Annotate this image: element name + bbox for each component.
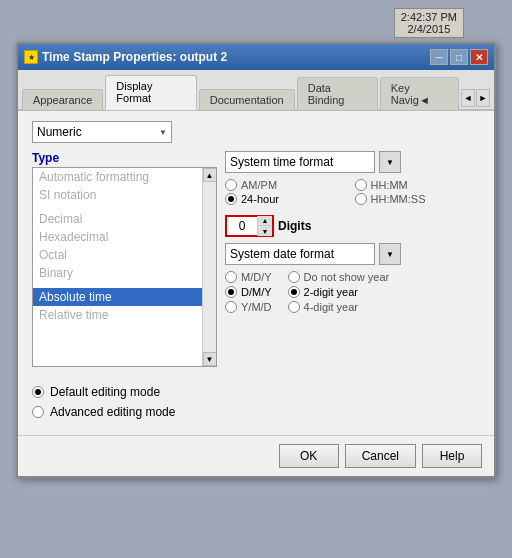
radio-24hour-label: 24-hour bbox=[241, 193, 279, 205]
type-panel: Type Automatic formatting SI notation De… bbox=[32, 151, 217, 367]
editing-section: Default editing mode Advanced editing mo… bbox=[32, 377, 480, 419]
tab-appearance[interactable]: Appearance bbox=[22, 89, 103, 110]
title-bar: ★ Time Stamp Properties: output 2 ─ □ ✕ bbox=[18, 44, 494, 70]
dialog-footer: OK Cancel Help bbox=[18, 435, 494, 476]
ok-button[interactable]: OK bbox=[279, 444, 339, 468]
radio-24hour[interactable]: 24-hour bbox=[225, 193, 351, 205]
list-item-relative-time[interactable]: Relative time bbox=[33, 306, 216, 324]
type-dropdown-value: Numeric bbox=[37, 125, 82, 139]
digits-spin-up[interactable]: ▲ bbox=[258, 216, 272, 226]
radio-mdy[interactable]: M/D/Y bbox=[225, 271, 272, 283]
date-format-row: System date format ▼ bbox=[225, 243, 480, 265]
digits-label: Digits bbox=[278, 219, 311, 233]
list-scrollbar: ▲ ▼ bbox=[202, 168, 216, 366]
digits-input[interactable] bbox=[227, 219, 257, 233]
radio-ymd-label: Y/M/D bbox=[241, 301, 272, 313]
title-bar-left: ★ Time Stamp Properties: output 2 bbox=[24, 50, 227, 64]
radio-24hour-circle bbox=[225, 193, 237, 205]
help-button[interactable]: Help bbox=[422, 444, 482, 468]
date-format-dropdown[interactable]: System date format bbox=[225, 243, 375, 265]
tab-display-format[interactable]: Display Format bbox=[105, 75, 196, 110]
time-format-dropdown[interactable]: System time format bbox=[225, 151, 375, 173]
radio-2digit-year-circle bbox=[288, 286, 300, 298]
radio-dmy[interactable]: D/M/Y bbox=[225, 286, 272, 298]
radio-hhmmss[interactable]: HH:MM:SS bbox=[355, 193, 481, 205]
list-item-auto-formatting[interactable]: Automatic formatting bbox=[33, 168, 216, 186]
right-panel: System time format ▼ AM/PM HH:MM bbox=[225, 151, 480, 367]
dialog: ★ Time Stamp Properties: output 2 ─ □ ✕ … bbox=[16, 42, 496, 478]
time-format-dropdown-btn[interactable]: ▼ bbox=[379, 151, 401, 173]
radio-default-editing-label: Default editing mode bbox=[50, 385, 160, 399]
type-dropdown-row: Numeric ▼ bbox=[32, 121, 480, 143]
type-dropdown[interactable]: Numeric ▼ bbox=[32, 121, 172, 143]
radio-dmy-label: D/M/Y bbox=[241, 286, 272, 298]
list-item-hexadecimal[interactable]: Hexadecimal bbox=[33, 228, 216, 246]
radio-hhmm-label: HH:MM bbox=[371, 179, 408, 191]
type-dropdown-arrow: ▼ bbox=[159, 128, 167, 137]
tab-scroll-prev[interactable]: ◄ bbox=[461, 89, 475, 107]
date-radios-col2: Do not show year 2-digit year 4-digit ye… bbox=[288, 271, 390, 313]
radio-no-year[interactable]: Do not show year bbox=[288, 271, 390, 283]
radio-advanced-editing[interactable]: Advanced editing mode bbox=[32, 405, 480, 419]
list-item-si-notation[interactable]: SI notation bbox=[33, 186, 216, 204]
date-format-dropdown-btn[interactable]: ▼ bbox=[379, 243, 401, 265]
close-button[interactable]: ✕ bbox=[470, 49, 488, 65]
background-timestamp: 2:42:37 PM 2/4/2015 bbox=[394, 8, 464, 38]
timestamp-line1: 2:42:37 PM bbox=[401, 11, 457, 23]
date-format-arrow: ▼ bbox=[386, 250, 394, 259]
digits-row: ▲ ▼ Digits bbox=[225, 215, 480, 237]
type-list-box: Automatic formatting SI notation Decimal… bbox=[32, 167, 217, 367]
dialog-content: Numeric ▼ Type Automatic formatting SI n… bbox=[18, 111, 494, 435]
type-label: Type bbox=[32, 151, 217, 165]
radio-advanced-editing-circle bbox=[32, 406, 44, 418]
radio-mdy-label: M/D/Y bbox=[241, 271, 272, 283]
date-radios-col1: M/D/Y D/M/Y Y/M/D bbox=[225, 271, 272, 313]
radio-ampm-circle bbox=[225, 179, 237, 191]
radio-hhmm[interactable]: HH:MM bbox=[355, 179, 481, 191]
list-item-absolute-time[interactable]: Absolute time bbox=[33, 288, 216, 306]
tab-scroll-next[interactable]: ► bbox=[476, 89, 490, 107]
digits-input-box: ▲ ▼ bbox=[225, 215, 274, 237]
scroll-down-button[interactable]: ▼ bbox=[203, 352, 217, 366]
radio-2digit-year-label: 2-digit year bbox=[304, 286, 358, 298]
radio-hhmmss-label: HH:MM:SS bbox=[371, 193, 426, 205]
radio-ymd-circle bbox=[225, 301, 237, 313]
radio-ampm-label: AM/PM bbox=[241, 179, 277, 191]
tab-data-binding[interactable]: Data Binding bbox=[297, 77, 378, 110]
date-format-radios: M/D/Y D/M/Y Y/M/D bbox=[225, 271, 480, 313]
radio-default-editing-circle bbox=[32, 386, 44, 398]
maximize-button[interactable]: □ bbox=[450, 49, 468, 65]
two-column-layout: Type Automatic formatting SI notation De… bbox=[32, 151, 480, 367]
scroll-up-button[interactable]: ▲ bbox=[203, 168, 217, 182]
radio-ymd[interactable]: Y/M/D bbox=[225, 301, 272, 313]
radio-no-year-circle bbox=[288, 271, 300, 283]
dialog-icon: ★ bbox=[24, 50, 38, 64]
dialog-title: Time Stamp Properties: output 2 bbox=[42, 50, 227, 64]
radio-2digit-year[interactable]: 2-digit year bbox=[288, 286, 390, 298]
tab-key-navig[interactable]: Key Navig◄ bbox=[380, 77, 459, 110]
radio-4digit-year-label: 4-digit year bbox=[304, 301, 358, 313]
scroll-track bbox=[203, 182, 216, 352]
radio-4digit-year-circle bbox=[288, 301, 300, 313]
minimize-button[interactable]: ─ bbox=[430, 49, 448, 65]
digits-spin-down[interactable]: ▼ bbox=[258, 226, 272, 236]
radio-no-year-label: Do not show year bbox=[304, 271, 390, 283]
list-item-binary[interactable]: Binary bbox=[33, 264, 216, 282]
radio-hhmmss-circle bbox=[355, 193, 367, 205]
cancel-button[interactable]: Cancel bbox=[345, 444, 416, 468]
list-item-decimal[interactable]: Decimal bbox=[33, 210, 216, 228]
tab-documentation[interactable]: Documentation bbox=[199, 89, 295, 110]
radio-dmy-circle bbox=[225, 286, 237, 298]
radio-mdy-circle bbox=[225, 271, 237, 283]
time-format-radios: AM/PM HH:MM 24-hour HH:MM:SS bbox=[225, 179, 480, 205]
type-list-inner[interactable]: Automatic formatting SI notation Decimal… bbox=[33, 168, 216, 366]
date-format-value: System date format bbox=[230, 247, 334, 261]
radio-hhmm-circle bbox=[355, 179, 367, 191]
radio-ampm[interactable]: AM/PM bbox=[225, 179, 351, 191]
list-item-octal[interactable]: Octal bbox=[33, 246, 216, 264]
radio-default-editing[interactable]: Default editing mode bbox=[32, 385, 480, 399]
time-format-arrow: ▼ bbox=[386, 158, 394, 167]
tab-bar: Appearance Display Format Documentation … bbox=[18, 70, 494, 111]
radio-4digit-year[interactable]: 4-digit year bbox=[288, 301, 390, 313]
timestamp-line2: 2/4/2015 bbox=[401, 23, 457, 35]
